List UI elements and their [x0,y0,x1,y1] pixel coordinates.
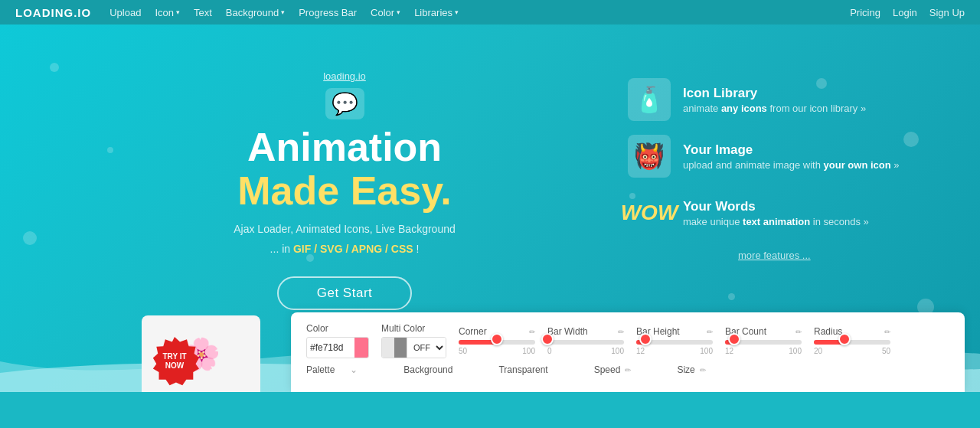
background-label: Background [403,364,452,375]
hero-subtitle: Ajax Loader, Animated Icons, Live Backgr… [61,221,628,237]
chat-bubble-icon: 💬 [325,88,364,119]
bar-count-slider-track[interactable] [725,340,802,345]
radius-label-row: Radius ✏ [814,326,890,337]
feature-your-words-text: Your Words make unique text animation in… [683,199,869,227]
bar-width-edit-icon[interactable]: ✏ [618,328,624,336]
libraries-dropdown-arrow: ▾ [455,8,459,16]
palette-field: Palette ⌄ [306,364,358,375]
bar-width-slider-numbers: 0 100 [547,347,624,355]
feature-desc-2: make unique text animation in seconds » [683,216,869,227]
speed-field: Speed ✏ [594,364,632,375]
controls-panel: Color Multi Color OFF ON [291,312,965,392]
feature-icon-library-text: Icon Library animate any icons from our … [683,86,866,114]
controls-row-2: Palette ⌄ Background Transparent Speed ✏ [306,364,949,375]
bar-height-field: Bar Height ✏ 12 100 [636,326,713,355]
feature-desc-0: animate any icons from our icon library … [683,103,866,114]
monster-icon: 👹 [628,135,671,178]
icon-library-icon: 🧴 [628,78,671,121]
color-text-input[interactable] [307,342,354,353]
hero-link[interactable]: loading.io [61,70,628,82]
hero-right: 🧴 Icon Library animate any icons from ou… [628,63,919,262]
controls-row-1: Color Multi Color OFF ON [306,323,949,358]
corner-label: Corner [459,326,487,337]
nav-progress-bar[interactable]: Progress Bar [299,7,357,18]
bar-width-slider-track[interactable] [547,340,624,345]
nav-background[interactable]: Background ▾ [226,7,285,18]
feature-icon-library: 🧴 Icon Library animate any icons from ou… [628,78,919,121]
wow-icon: WOW [628,191,671,234]
multi-color-dropdown[interactable]: OFF ON [407,338,446,358]
corner-field: Corner ✏ 50 100 [459,326,535,355]
hero-title: Animation Made Easy. [61,126,628,213]
icon-dropdown-arrow: ▾ [176,8,180,16]
size-label: Size [677,364,694,375]
transparent-label: Transparent [498,364,547,375]
bar-height-slider-numbers: 12 100 [636,347,713,355]
bar-height-edit-icon[interactable]: ✏ [707,328,713,336]
bar-count-field: Bar Count ✏ 12 100 [725,326,802,355]
background-field: Background [403,364,452,375]
hero-left: loading.io 💬 Animation Made Easy. Ajax L… [61,63,628,310]
palette-expand-icon[interactable]: ⌄ [350,364,358,375]
corner-slider-numbers: 50 100 [459,347,535,355]
bar-width-label: Bar Width [547,326,588,337]
radius-slider-track[interactable] [814,340,890,345]
bar-height-slider-track[interactable] [636,340,713,345]
feature-your-words: WOW Your Words make unique text animatio… [628,191,919,234]
hero-content: loading.io 💬 Animation Made Easy. Ajax L… [0,25,980,310]
bar-height-slider-thumb[interactable] [639,333,652,345]
radius-slider-thumb[interactable] [838,333,851,345]
nav-upload[interactable]: Upload [109,7,141,18]
radius-slider-numbers: 20 50 [814,347,890,355]
radius-edit-icon[interactable]: ✏ [884,328,890,336]
color-swatch[interactable] [354,337,368,358]
color-input-group[interactable] [306,337,369,358]
bar-count-slider-numbers: 12 100 [725,347,802,355]
bar-count-slider-thumb[interactable] [728,333,740,345]
brand-logo[interactable]: LOADING.IO [15,6,91,19]
try-it-now-badge[interactable]: TRY ITNOW [150,337,199,386]
nav-left: Upload Icon ▾ Text Background ▾ Progress… [109,7,850,18]
background-dropdown-arrow: ▾ [281,8,285,16]
nav-right: Pricing Login Sign Up [850,7,965,18]
color-field: Color [306,323,369,358]
hero-section: loading.io 💬 Animation Made Easy. Ajax L… [0,25,980,392]
transparent-field: Transparent [498,364,547,375]
corner-slider-track[interactable] [459,340,535,345]
more-features-link[interactable]: more features ... [628,248,919,262]
nav-color[interactable]: Color ▾ [371,7,400,18]
nav-login[interactable]: Login [893,7,917,18]
multi-color-label: Multi Color [381,323,446,334]
bar-width-field: Bar Width ✏ 0 100 [547,326,624,355]
corner-edit-icon[interactable]: ✏ [529,328,535,336]
speed-label: Speed [594,364,621,375]
hero-formats: ... in GIF / SVG / APNG / CSS ! [61,243,628,255]
try-it-now-label: TRY ITNOW [150,337,199,386]
radius-field: Radius ✏ 20 50 [814,326,890,355]
bar-width-label-row: Bar Width ✏ [547,326,624,337]
bar-count-edit-icon[interactable]: ✏ [795,328,802,336]
multi-color-swatch [382,337,407,358]
navbar: LOADING.IO Upload Icon ▾ Text Background… [0,0,980,25]
feature-desc-1: upload and animate image with your own i… [683,159,900,171]
feature-your-image: 👹 Your Image upload and animate image wi… [628,135,919,178]
palette-label: Palette [306,364,335,375]
size-edit-icon[interactable]: ✏ [700,366,706,374]
feature-your-image-text: Your Image upload and animate image with… [683,142,900,171]
nav-signup[interactable]: Sign Up [929,7,965,18]
nav-libraries[interactable]: Libraries ▾ [414,7,459,18]
multi-color-group[interactable]: OFF ON [381,337,446,358]
bar-width-slider-thumb[interactable] [541,333,554,345]
nav-text[interactable]: Text [194,7,212,18]
multi-color-field: Multi Color OFF ON [381,323,446,358]
size-field: Size ✏ [677,364,705,375]
speed-edit-icon[interactable]: ✏ [625,366,631,374]
corner-slider-thumb[interactable] [491,333,503,345]
color-dropdown-arrow: ▾ [397,8,400,16]
nav-icon[interactable]: Icon ▾ [155,7,180,18]
color-label: Color [306,323,369,334]
radius-label: Radius [814,326,842,337]
nav-pricing[interactable]: Pricing [850,7,880,18]
